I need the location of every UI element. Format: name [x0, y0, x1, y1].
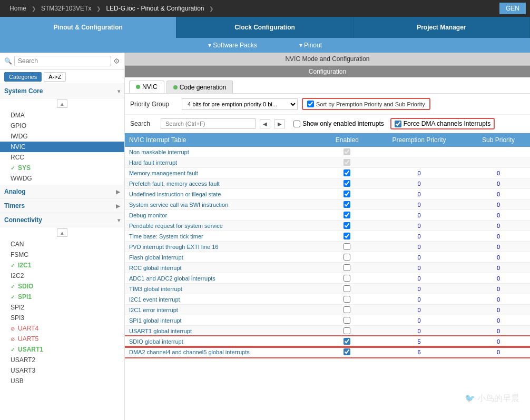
- enabled-checkbox-8[interactable]: [343, 233, 350, 239]
- sidebar-item-uart4[interactable]: UART4: [0, 323, 124, 334]
- search-next-button[interactable]: ▶: [274, 119, 285, 128]
- generate-button[interactable]: GEN: [499, 3, 526, 14]
- preemption-9[interactable]: 0: [371, 242, 467, 252]
- sidebar-item-usart3[interactable]: USART3: [0, 365, 124, 376]
- interrupt-name-0[interactable]: Non maskable interrupt: [125, 147, 323, 157]
- enabled-checkbox-2[interactable]: [343, 169, 350, 176]
- interrupt-enabled-16[interactable]: [323, 315, 371, 326]
- sidebar-item-i2c2[interactable]: I2C2: [0, 271, 124, 281]
- interrupt-enabled-3[interactable]: [323, 178, 371, 189]
- preemption-19[interactable]: 6: [371, 347, 467, 357]
- enabled-checkbox-6[interactable]: [343, 212, 350, 218]
- enabled-checkbox-12[interactable]: [343, 275, 350, 282]
- sidebar-tab-categories[interactable]: Categories: [4, 72, 42, 82]
- enabled-checkbox-4[interactable]: [343, 191, 350, 197]
- interrupt-enabled-11[interactable]: [323, 263, 371, 273]
- sub-priority-8[interactable]: 0: [467, 231, 530, 242]
- interrupt-enabled-19[interactable]: [323, 347, 371, 357]
- gear-icon[interactable]: ⚙: [113, 57, 120, 65]
- sidebar-item-spi2[interactable]: SPI2: [0, 302, 124, 313]
- enabled-checkbox-11[interactable]: [343, 264, 350, 271]
- interrupt-name-6[interactable]: Debug monitor: [125, 210, 323, 221]
- interrupt-enabled-4[interactable]: [323, 189, 371, 199]
- preemption-18[interactable]: 5: [371, 336, 467, 347]
- sub-priority-16[interactable]: 0: [467, 315, 530, 326]
- scroll-up-conn-button[interactable]: ▲: [57, 228, 67, 237]
- preemption-2[interactable]: 0: [371, 168, 467, 178]
- interrupt-enabled-8[interactable]: [323, 231, 371, 242]
- interrupt-name-8[interactable]: Time base: System tick timer: [125, 231, 323, 242]
- enabled-checkbox-17[interactable]: [343, 327, 350, 334]
- interrupt-enabled-13[interactable]: [323, 284, 371, 294]
- preemption-4[interactable]: 0: [371, 189, 467, 199]
- preemption-5[interactable]: 0: [371, 199, 467, 210]
- interrupt-name-2[interactable]: Memory management fault: [125, 168, 323, 178]
- sidebar-item-gpio[interactable]: GPIO: [0, 121, 124, 131]
- interrupt-enabled-18[interactable]: [323, 336, 371, 347]
- interrupt-name-1[interactable]: Hard fault interrupt: [125, 157, 323, 168]
- sidebar-section-header-timers[interactable]: Timers ▶: [0, 199, 124, 213]
- interrupt-name-15[interactable]: I2C1 error interrupt: [125, 305, 323, 315]
- sub-priority-7[interactable]: 0: [467, 221, 530, 231]
- interrupt-name-17[interactable]: USART1 global interrupt: [125, 326, 323, 336]
- show-enabled-checkbox[interactable]: [293, 121, 300, 127]
- interrupt-name-16[interactable]: SPI1 global interrupt: [125, 315, 323, 326]
- sidebar-item-usart1[interactable]: USART1: [0, 344, 124, 355]
- sub-priority-14[interactable]: 0: [467, 294, 530, 305]
- interrupt-enabled-0[interactable]: [323, 147, 371, 157]
- interrupt-enabled-14[interactable]: [323, 294, 371, 305]
- enabled-checkbox-10[interactable]: [343, 254, 350, 261]
- interrupt-enabled-17[interactable]: [323, 326, 371, 336]
- nvic-tab-nvic[interactable]: NVIC: [129, 81, 164, 93]
- sort-priority-checkbox[interactable]: [307, 101, 314, 107]
- sidebar-item-fsmc[interactable]: FSMC: [0, 249, 124, 260]
- sidebar-item-i2c1[interactable]: I2C1: [0, 260, 124, 271]
- priority-group-select[interactable]: 4 bits for pre-emption priority 0 bi...: [182, 98, 298, 110]
- interrupt-enabled-5[interactable]: [323, 199, 371, 210]
- interrupt-name-19[interactable]: DMA2 channel4 and channel5 global interr…: [125, 347, 323, 357]
- sub-priority-19[interactable]: 0: [467, 347, 530, 357]
- force-dma-checkbox[interactable]: [395, 121, 401, 127]
- preemption-3[interactable]: 0: [371, 178, 467, 189]
- sub-priority-15[interactable]: 0: [467, 305, 530, 315]
- interrupt-name-13[interactable]: TIM3 global interrupt: [125, 284, 323, 294]
- preemption-8[interactable]: 0: [371, 231, 467, 242]
- sidebar-item-usart2[interactable]: USART2: [0, 355, 124, 365]
- sidebar-tab-az[interactable]: A->Z: [44, 72, 66, 82]
- enabled-checkbox-9[interactable]: [343, 243, 350, 250]
- sidebar-search-input[interactable]: [14, 56, 111, 66]
- interrupt-enabled-6[interactable]: [323, 210, 371, 221]
- interrupt-enabled-10[interactable]: [323, 252, 371, 263]
- sidebar-section-header-system-core[interactable]: System Core ▾: [0, 84, 124, 98]
- interrupt-name-10[interactable]: Flash global interrupt: [125, 252, 323, 263]
- tab-clock[interactable]: Clock Configuration: [176, 17, 353, 38]
- nvic-tab-codegen[interactable]: Code generation: [166, 81, 233, 93]
- tab-project[interactable]: Project Manager: [354, 17, 530, 38]
- enabled-checkbox-18[interactable]: [343, 338, 350, 345]
- sidebar-item-sdio[interactable]: SDIO: [0, 281, 124, 292]
- interrupt-enabled-2[interactable]: [323, 168, 371, 178]
- enabled-checkbox-5[interactable]: [343, 201, 350, 208]
- sidebar-item-can[interactable]: CAN: [0, 239, 124, 249]
- interrupt-name-12[interactable]: ADC1 and ADC2 global interrupts: [125, 273, 323, 284]
- preemption-10[interactable]: 0: [371, 252, 467, 263]
- interrupt-name-9[interactable]: PVD interrupt through EXTI line 16: [125, 242, 323, 252]
- enabled-checkbox-1[interactable]: [343, 159, 350, 166]
- sidebar-item-sys[interactable]: SYS: [0, 163, 124, 173]
- breadcrumb-file[interactable]: LED-G.ioc - Pinout & Configuration: [101, 0, 209, 17]
- enabled-checkbox-15[interactable]: [343, 306, 350, 313]
- sidebar-item-rcc[interactable]: RCC: [0, 152, 124, 163]
- sidebar-item-iwdg[interactable]: IWDG: [0, 131, 124, 142]
- sidebar-item-usb[interactable]: USB: [0, 376, 124, 386]
- preemption-7[interactable]: 0: [371, 221, 467, 231]
- sub-priority-13[interactable]: 0: [467, 284, 530, 294]
- sidebar-item-spi3[interactable]: SPI3: [0, 313, 124, 323]
- interrupt-enabled-15[interactable]: [323, 305, 371, 315]
- interrupt-name-3[interactable]: Prefetch fault, memory access fault: [125, 178, 323, 189]
- breadcrumb-home[interactable]: Home: [4, 0, 32, 17]
- sub-priority-5[interactable]: 0: [467, 199, 530, 210]
- interrupt-name-5[interactable]: System service call via SWI instruction: [125, 199, 323, 210]
- pinout-nav[interactable]: ▾ Pinout: [299, 42, 322, 49]
- interrupt-enabled-1[interactable]: [323, 157, 371, 168]
- enabled-checkbox-14[interactable]: [343, 296, 350, 303]
